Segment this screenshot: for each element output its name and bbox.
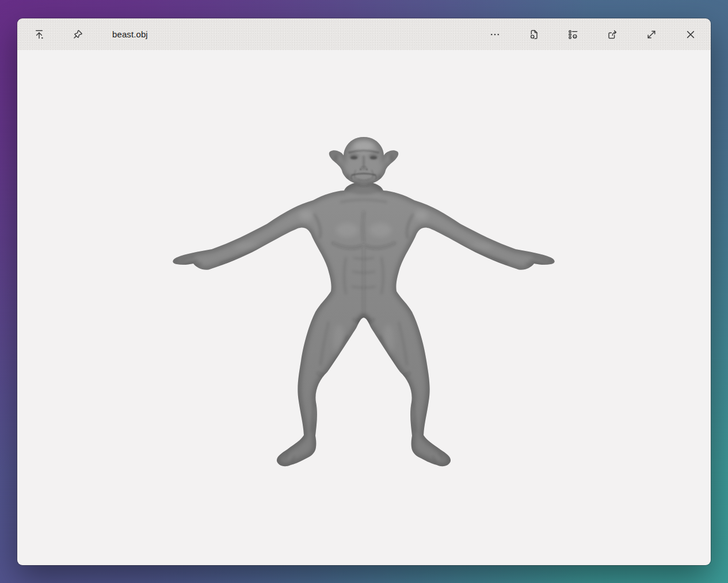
close-icon: [685, 29, 696, 40]
pin-button[interactable]: [66, 23, 89, 46]
expand-diagonal-icon: [646, 29, 657, 40]
document-launch-icon: [528, 29, 540, 40]
arrow-up-to-line-icon: [33, 29, 45, 40]
preview-window: beast.obj: [17, 18, 711, 565]
fullscreen-button[interactable]: [640, 23, 663, 46]
pin-icon: [72, 29, 83, 40]
open-with-default-app-button[interactable]: [28, 23, 51, 46]
close-button[interactable]: [679, 23, 702, 46]
open-with-button[interactable]: [562, 23, 585, 46]
open-file-button[interactable]: [523, 23, 546, 46]
share-button[interactable]: [601, 23, 624, 46]
more-options-button[interactable]: [483, 23, 506, 46]
3d-model-preview: [17, 50, 711, 565]
app-list-launch-icon: [567, 29, 579, 40]
window-titlebar[interactable]: beast.obj: [17, 18, 711, 50]
window-title: beast.obj: [112, 29, 148, 39]
preview-content-area[interactable]: [17, 50, 711, 565]
ellipsis-icon: [489, 29, 501, 40]
share-icon: [607, 29, 618, 40]
